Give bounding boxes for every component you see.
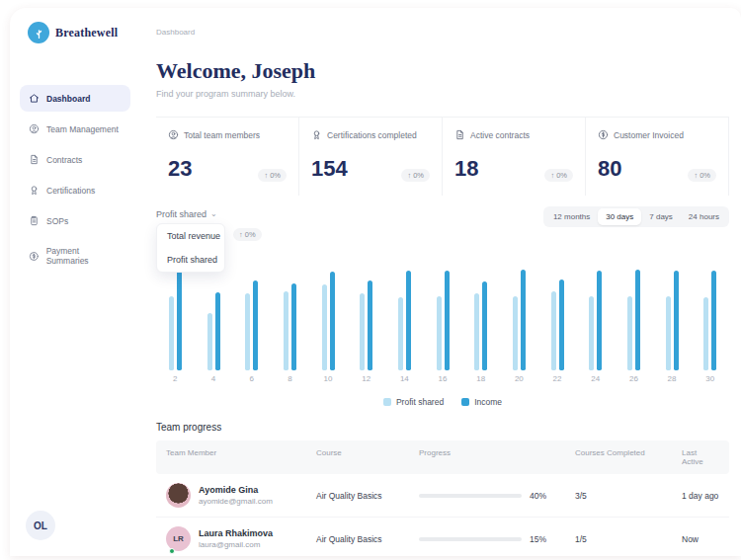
- page-title: Welcome, Joseph: [156, 58, 729, 84]
- sidebar-item-label: Team Management: [46, 124, 119, 134]
- legend-swatch: [383, 398, 391, 406]
- progress-cell: 15%: [419, 534, 575, 544]
- bar-profit-shared: [322, 284, 327, 370]
- bar-income: [711, 271, 716, 370]
- sidebar-item-certifications[interactable]: Certifications: [20, 177, 130, 203]
- sidebar-footer: OL: [10, 511, 140, 556]
- stat-total-team-members: Total team members 23 ↑0%: [156, 118, 299, 196]
- column-header: Team Member: [166, 448, 316, 466]
- table-header-row: Team Member Course Progress Courses Comp…: [156, 440, 729, 474]
- sidebar-item-contracts[interactable]: Contracts: [20, 146, 130, 173]
- table-row[interactable]: Ayomide Gina ayomide@gmail.com Air Quali…: [156, 474, 729, 518]
- bar-group: [271, 270, 309, 370]
- sidebar-item-dashboard[interactable]: Dashboard: [20, 85, 130, 112]
- x-axis-label: 22: [538, 374, 577, 383]
- column-header: Course: [316, 448, 419, 466]
- x-axis-label: 4: [195, 374, 233, 383]
- chevron-down-icon: ⌄: [210, 210, 217, 218]
- bar-group: [232, 270, 271, 370]
- stat-active-contracts: Active contracts 18 ↑0%: [443, 118, 586, 196]
- chart-change: 0%: [245, 230, 256, 239]
- course-cell: Air Quality Basics: [316, 534, 419, 544]
- stat-value: 18: [454, 156, 478, 182]
- stat-change: 0%: [700, 171, 710, 180]
- bar-group: [424, 270, 462, 370]
- sidebar-item-payment-summaries[interactable]: Payment Summaries: [20, 238, 130, 274]
- bar-group: [309, 270, 348, 370]
- metric-dropdown-option[interactable]: Total revenue: [157, 224, 224, 248]
- courses-completed-cell: 1/5: [575, 534, 682, 544]
- sidebar-item-sops[interactable]: SOPs: [20, 207, 130, 234]
- dollar-circle-icon: [29, 251, 40, 262]
- online-indicator: [169, 548, 175, 554]
- breadcrumb[interactable]: Dashboard: [156, 28, 729, 37]
- chart-change-badge: ↑0%: [233, 228, 262, 241]
- arrow-up-icon: ↑: [694, 171, 698, 180]
- x-axis-label: 18: [461, 374, 500, 383]
- dollar-circle-icon: [598, 129, 609, 140]
- progress-label: 15%: [530, 534, 546, 544]
- bar-income: [445, 271, 450, 370]
- x-axis-label: 26: [615, 374, 653, 383]
- legend-swatch: [461, 398, 469, 406]
- member-avatar: [166, 483, 191, 508]
- bar-income: [597, 271, 602, 370]
- column-header: Progress: [419, 448, 575, 466]
- bar-profit-shared: [513, 296, 518, 370]
- member-name: Laura Rhakimova: [199, 528, 273, 538]
- time-filter-7-days[interactable]: 7 days: [641, 208, 681, 225]
- stat-label: Certifications completed: [327, 130, 417, 140]
- bar-profit-shared: [169, 296, 174, 370]
- stats-row: Total team members 23 ↑0% Certifications…: [156, 117, 729, 196]
- member-email: laura@gmail.com: [199, 540, 273, 549]
- sidebar-item-label: Payment Summaries: [46, 246, 122, 266]
- user-avatar[interactable]: OL: [26, 511, 55, 540]
- document-icon: [454, 129, 465, 140]
- page-subtitle: Find your program summary below.: [156, 89, 729, 99]
- stat-value: 154: [311, 156, 348, 182]
- column-header: Courses Completed: [575, 448, 682, 466]
- brand-logo-icon: [28, 22, 49, 43]
- x-axis-label: 8: [271, 374, 309, 383]
- x-axis-label: 24: [576, 374, 615, 383]
- time-filter-30-days[interactable]: 30 days: [598, 208, 641, 225]
- stat-change-badge: ↑0%: [258, 169, 287, 182]
- bar-profit-shared: [207, 313, 212, 370]
- x-axis-label: 28: [653, 374, 692, 383]
- bar-income: [330, 272, 335, 370]
- bar-group: [500, 270, 538, 370]
- x-axis-label: 16: [424, 374, 462, 383]
- bar-group: [156, 270, 195, 370]
- bar-profit-shared: [245, 293, 250, 370]
- bar-profit-shared: [398, 297, 403, 370]
- bar-income: [482, 281, 487, 370]
- last-active-cell: Now: [682, 534, 719, 544]
- time-filter-12-months[interactable]: 12 months: [545, 208, 598, 225]
- award-icon: [311, 129, 322, 140]
- courses-completed-cell: 3/5: [575, 491, 682, 501]
- bar-profit-shared: [437, 296, 442, 370]
- last-active-cell: 1 day ago: [682, 491, 719, 501]
- bar-income: [674, 271, 679, 370]
- member-name: Ayomide Gina: [199, 485, 273, 495]
- table-row[interactable]: LR Laura Rhakimova laura@gmail.com Air Q…: [156, 518, 729, 560]
- stat-label: Active contracts: [470, 130, 530, 140]
- metric-dropdown-option[interactable]: Profit shared: [157, 248, 224, 272]
- x-axis-label: 10: [309, 374, 348, 383]
- x-axis-label: 20: [500, 374, 538, 383]
- arrow-up-icon: ↑: [407, 171, 411, 180]
- course-cell: Air Quality Basics: [316, 491, 419, 501]
- metric-dropdown-trigger[interactable]: Profit shared ⌄: [156, 206, 217, 219]
- bar-profit-shared: [551, 291, 556, 370]
- legend-item: Profit shared: [383, 397, 444, 407]
- bar-group: [385, 270, 424, 370]
- x-axis: 24681012141618202224262830: [156, 374, 729, 383]
- sidebar-item-team-management[interactable]: Team Management: [20, 116, 130, 142]
- member-email: ayomide@gmail.com: [199, 497, 273, 506]
- bar-profit-shared: [474, 293, 479, 370]
- time-filter-24-hours[interactable]: 24 hours: [681, 208, 727, 225]
- column-header: Last Active: [682, 448, 719, 466]
- bar-income: [215, 292, 220, 370]
- app-window: Breathewell Dashboard Team Management Co…: [10, 8, 741, 556]
- x-axis-label: 2: [156, 374, 195, 383]
